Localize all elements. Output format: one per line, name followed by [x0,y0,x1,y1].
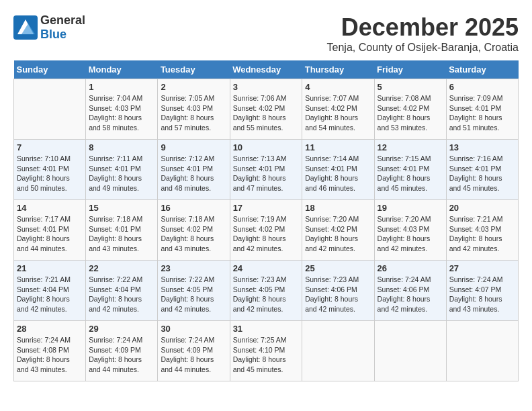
calendar-header-row: SundayMondayTuesdayWednesdayThursdayFrid… [14,60,519,79]
calendar-cell: 3Sunrise: 7:06 AM Sunset: 4:02 PM Daylig… [230,79,302,140]
calendar-week-0: 1Sunrise: 7:04 AM Sunset: 4:03 PM Daylig… [14,79,519,140]
day-number: 3 [233,82,300,92]
day-info: Sunrise: 7:24 AM Sunset: 4:09 PM Dayligh… [161,335,226,375]
calendar-header-thursday: Thursday [302,60,374,79]
day-info: Sunrise: 7:05 AM Sunset: 4:03 PM Dayligh… [161,93,226,133]
day-number: 25 [305,263,371,273]
calendar-cell: 24Sunrise: 7:23 AM Sunset: 4:05 PM Dayli… [230,261,302,321]
calendar-cell: 21Sunrise: 7:21 AM Sunset: 4:04 PM Dayli… [14,261,86,321]
day-number: 20 [449,203,515,213]
day-info: Sunrise: 7:17 AM Sunset: 4:01 PM Dayligh… [17,214,83,254]
day-info: Sunrise: 7:20 AM Sunset: 4:03 PM Dayligh… [378,214,443,254]
day-info: Sunrise: 7:07 AM Sunset: 4:02 PM Dayligh… [305,93,371,133]
day-number: 5 [378,82,443,92]
day-info: Sunrise: 7:22 AM Sunset: 4:05 PM Dayligh… [161,275,226,314]
day-number: 2 [161,82,226,92]
day-number: 28 [17,324,83,334]
day-info: Sunrise: 7:21 AM Sunset: 4:03 PM Dayligh… [449,214,515,254]
calendar-cell: 22Sunrise: 7:22 AM Sunset: 4:04 PM Dayli… [86,261,158,321]
calendar-cell: 9Sunrise: 7:12 AM Sunset: 4:01 PM Daylig… [158,140,230,200]
day-number: 8 [89,142,154,152]
calendar-header-wednesday: Wednesday [230,60,302,79]
day-number: 14 [17,203,83,213]
calendar-header-saturday: Saturday [446,60,518,79]
day-info: Sunrise: 7:24 AM Sunset: 4:08 PM Dayligh… [17,335,83,375]
logo: General Blue [13,13,85,42]
calendar-cell: 18Sunrise: 7:20 AM Sunset: 4:02 PM Dayli… [302,200,374,261]
day-number: 1 [89,82,154,92]
calendar-week-3: 21Sunrise: 7:21 AM Sunset: 4:04 PM Dayli… [14,261,519,321]
calendar-cell [302,321,374,381]
day-info: Sunrise: 7:18 AM Sunset: 4:02 PM Dayligh… [161,214,226,254]
day-info: Sunrise: 7:23 AM Sunset: 4:06 PM Dayligh… [305,275,371,314]
day-info: Sunrise: 7:19 AM Sunset: 4:02 PM Dayligh… [233,214,300,254]
calendar-cell: 12Sunrise: 7:15 AM Sunset: 4:01 PM Dayli… [374,140,446,200]
day-info: Sunrise: 7:24 AM Sunset: 4:06 PM Dayligh… [378,275,443,314]
calendar-cell: 26Sunrise: 7:24 AM Sunset: 4:06 PM Dayli… [374,261,446,321]
day-number: 16 [161,203,226,213]
day-info: Sunrise: 7:04 AM Sunset: 4:03 PM Dayligh… [89,93,154,133]
day-number: 31 [233,324,300,334]
day-info: Sunrise: 7:25 AM Sunset: 4:10 PM Dayligh… [233,335,300,375]
day-info: Sunrise: 7:24 AM Sunset: 4:07 PM Dayligh… [449,275,515,314]
calendar-cell: 31Sunrise: 7:25 AM Sunset: 4:10 PM Dayli… [230,321,302,381]
calendar-cell: 23Sunrise: 7:22 AM Sunset: 4:05 PM Dayli… [158,261,230,321]
day-info: Sunrise: 7:21 AM Sunset: 4:04 PM Dayligh… [17,275,83,314]
calendar-cell: 28Sunrise: 7:24 AM Sunset: 4:08 PM Dayli… [14,321,86,381]
calendar: SundayMondayTuesdayWednesdayThursdayFrid… [13,60,519,381]
day-number: 9 [161,142,226,152]
day-info: Sunrise: 7:06 AM Sunset: 4:02 PM Dayligh… [233,93,300,133]
day-info: Sunrise: 7:16 AM Sunset: 4:01 PM Dayligh… [449,154,515,193]
day-number: 12 [378,142,443,152]
day-info: Sunrise: 7:11 AM Sunset: 4:01 PM Dayligh… [89,154,154,193]
day-number: 4 [305,82,371,92]
day-number: 13 [449,142,515,152]
calendar-header-tuesday: Tuesday [158,60,230,79]
calendar-cell: 2Sunrise: 7:05 AM Sunset: 4:03 PM Daylig… [158,79,230,140]
day-number: 30 [161,324,226,334]
location-title: Tenja, County of Osijek-Baranja, Croatia [327,42,519,54]
calendar-cell: 4Sunrise: 7:07 AM Sunset: 4:02 PM Daylig… [302,79,374,140]
calendar-week-2: 14Sunrise: 7:17 AM Sunset: 4:01 PM Dayli… [14,200,519,261]
day-info: Sunrise: 7:18 AM Sunset: 4:01 PM Dayligh… [89,214,154,254]
day-number: 21 [17,263,83,273]
day-number: 6 [449,82,515,92]
calendar-cell: 11Sunrise: 7:14 AM Sunset: 4:01 PM Dayli… [302,140,374,200]
calendar-cell: 1Sunrise: 7:04 AM Sunset: 4:03 PM Daylig… [86,79,158,140]
day-number: 11 [305,142,371,152]
calendar-cell: 14Sunrise: 7:17 AM Sunset: 4:01 PM Dayli… [14,200,86,261]
calendar-cell: 20Sunrise: 7:21 AM Sunset: 4:03 PM Dayli… [446,200,518,261]
day-number: 17 [233,203,300,213]
month-title: December 2025 [327,13,519,42]
calendar-cell: 17Sunrise: 7:19 AM Sunset: 4:02 PM Dayli… [230,200,302,261]
day-info: Sunrise: 7:22 AM Sunset: 4:04 PM Dayligh… [89,275,154,314]
day-info: Sunrise: 7:12 AM Sunset: 4:01 PM Dayligh… [161,154,226,193]
logo-icon [13,15,38,40]
logo-blue: Blue [40,28,66,41]
calendar-cell: 6Sunrise: 7:09 AM Sunset: 4:01 PM Daylig… [446,79,518,140]
calendar-cell: 7Sunrise: 7:10 AM Sunset: 4:01 PM Daylig… [14,140,86,200]
header: General Blue December 2025 Tenja, County… [13,13,519,54]
day-number: 29 [89,324,154,334]
calendar-cell: 13Sunrise: 7:16 AM Sunset: 4:01 PM Dayli… [446,140,518,200]
calendar-cell: 29Sunrise: 7:24 AM Sunset: 4:09 PM Dayli… [86,321,158,381]
day-info: Sunrise: 7:15 AM Sunset: 4:01 PM Dayligh… [378,154,443,193]
day-number: 23 [161,263,226,273]
calendar-week-1: 7Sunrise: 7:10 AM Sunset: 4:01 PM Daylig… [14,140,519,200]
day-number: 18 [305,203,371,213]
calendar-header-sunday: Sunday [14,60,86,79]
day-info: Sunrise: 7:09 AM Sunset: 4:01 PM Dayligh… [449,93,515,133]
day-info: Sunrise: 7:24 AM Sunset: 4:09 PM Dayligh… [89,335,154,375]
day-number: 24 [233,263,300,273]
day-number: 10 [233,142,300,152]
day-number: 27 [449,263,515,273]
day-info: Sunrise: 7:20 AM Sunset: 4:02 PM Dayligh… [305,214,371,254]
calendar-header-monday: Monday [86,60,158,79]
calendar-cell: 30Sunrise: 7:24 AM Sunset: 4:09 PM Dayli… [158,321,230,381]
day-info: Sunrise: 7:13 AM Sunset: 4:01 PM Dayligh… [233,154,300,193]
calendar-cell: 10Sunrise: 7:13 AM Sunset: 4:01 PM Dayli… [230,140,302,200]
title-section: December 2025 Tenja, County of Osijek-Ba… [327,13,519,54]
day-number: 22 [89,263,154,273]
day-number: 26 [378,263,443,273]
day-number: 19 [378,203,443,213]
